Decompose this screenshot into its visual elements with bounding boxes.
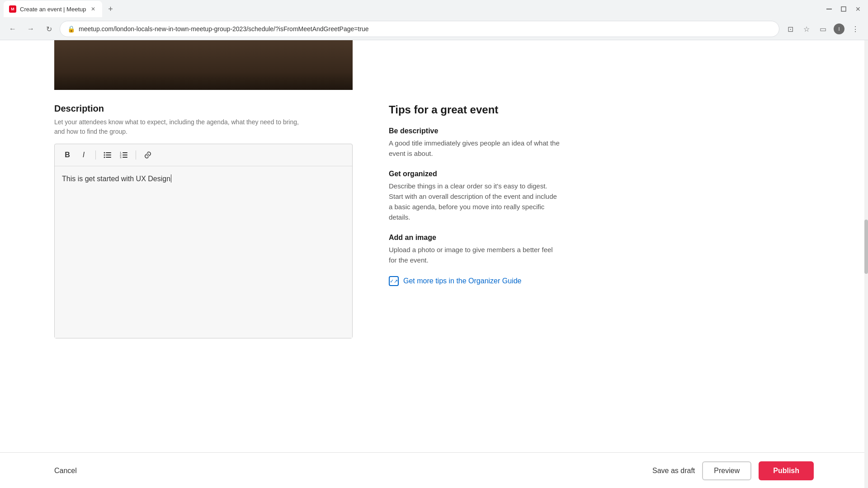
description-hint: Let your attendees know what to expect, … [54,117,353,136]
svg-rect-3 [106,152,111,153]
restore-button[interactable] [837,3,850,15]
editor-container: B I [54,144,353,338]
forward-button[interactable]: → [24,22,38,36]
tab-label: Create an event | Meetup [20,6,86,13]
new-tab-button[interactable]: + [104,3,117,15]
publish-button[interactable]: Publish [759,461,814,480]
tip-item-descriptive: Be descriptive A good title immediately … [389,127,561,159]
reload-button[interactable]: ↻ [42,22,56,36]
footer-right-actions: Save as draft Preview Publish [652,461,814,480]
svg-rect-5 [106,155,111,155]
cancel-button[interactable]: Cancel [54,463,77,479]
minimize-button[interactable] [823,3,835,15]
browser-tab[interactable]: M Create an event | Meetup ✕ [4,1,102,17]
window-controls: ✕ [823,3,864,15]
description-hint-line1: Let your attendees know what to expect, … [54,118,299,126]
lock-icon: 🔒 [67,25,75,33]
page-scrollbar[interactable] [864,40,868,488]
main-layout: Description Let your attendees know what… [0,90,868,338]
url-text: meetup.com/london-locals-new-in-town-mee… [79,25,772,33]
tips-panel: Tips for a great event Be descriptive A … [389,90,561,338]
organizer-guide-icon: ✓↗ [389,276,399,286]
bookmark-icon[interactable]: ☆ [799,22,814,36]
editor-toolbar: B I [55,144,352,166]
svg-rect-9 [123,152,127,153]
tip-text-descriptive: A good title immediately gives people an… [389,138,561,159]
preview-button[interactable]: Preview [702,461,751,480]
tip-text-organized: Describe things in a clear order so it's… [389,181,561,223]
address-bar[interactable]: 🔒 meetup.com/london-locals-new-in-town-m… [60,21,779,37]
bold-button[interactable]: B [60,148,75,162]
svg-text:3.: 3. [120,156,122,159]
save-draft-button[interactable]: Save as draft [652,462,695,479]
description-hint-line2: and how to find the group. [54,128,127,135]
tip-item-organized: Get organized Describe things in a clear… [389,170,561,223]
page-content: Description Let your attendees know what… [0,40,868,488]
tab-favicon: M [9,5,16,13]
svg-rect-11 [123,155,127,155]
svg-point-2 [104,152,105,154]
tab-close-button[interactable]: ✕ [90,5,97,13]
svg-rect-13 [123,157,127,158]
tip-text-image: Upload a photo or image to give members … [389,244,561,266]
ordered-list-button[interactable]: 1. 2. 3. [117,148,131,162]
editor-body[interactable]: This is get started with UX Design [55,166,352,338]
close-window-button[interactable]: ✕ [852,3,864,15]
toolbar-divider-2 [136,150,136,160]
back-button[interactable]: ← [5,22,20,36]
browser-title-bar: M Create an event | Meetup ✕ + ✕ [0,0,868,18]
description-label: Description [54,103,353,114]
browser-menu-icon[interactable]: ⋮ [848,22,863,36]
toolbar-divider-1 [95,150,96,160]
browser-chrome: M Create an event | Meetup ✕ + ✕ ← → ↻ 🔒… [0,0,868,40]
footer-bar: Cancel Save as draft Preview Publish [0,452,868,488]
tips-title: Tips for a great event [389,103,561,116]
text-cursor [171,174,171,183]
tip-heading-organized: Get organized [389,170,561,178]
editor-content: This is get started with UX Design [62,175,170,183]
cast-icon[interactable]: ⊡ [783,22,797,36]
svg-point-4 [104,155,105,156]
svg-rect-1 [841,7,846,11]
organizer-guide-text: Get more tips in the Organizer Guide [403,277,521,285]
profile-icon[interactable]: I [832,22,846,36]
browser-nav-bar: ← → ↻ 🔒 meetup.com/london-locals-new-in-… [0,18,868,40]
link-button[interactable] [141,148,155,162]
svg-point-6 [104,157,105,158]
left-content: Description Let your attendees know what… [54,90,353,338]
italic-button[interactable]: I [76,148,91,162]
tip-heading-image: Add an image [389,234,561,242]
sidebar-icon[interactable]: ▭ [816,22,830,36]
hero-image [54,40,353,90]
tip-heading-descriptive: Be descriptive [389,127,561,135]
bullet-list-button[interactable] [100,148,115,162]
organizer-guide-link[interactable]: ✓↗ Get more tips in the Organizer Guide [389,276,561,286]
browser-toolbar-icons: ⊡ ☆ ▭ I ⋮ [783,22,863,36]
svg-rect-7 [106,157,111,158]
svg-rect-0 [826,9,832,9]
tip-item-image: Add an image Upload a photo or image to … [389,234,561,266]
scrollbar-thumb[interactable] [864,220,868,274]
